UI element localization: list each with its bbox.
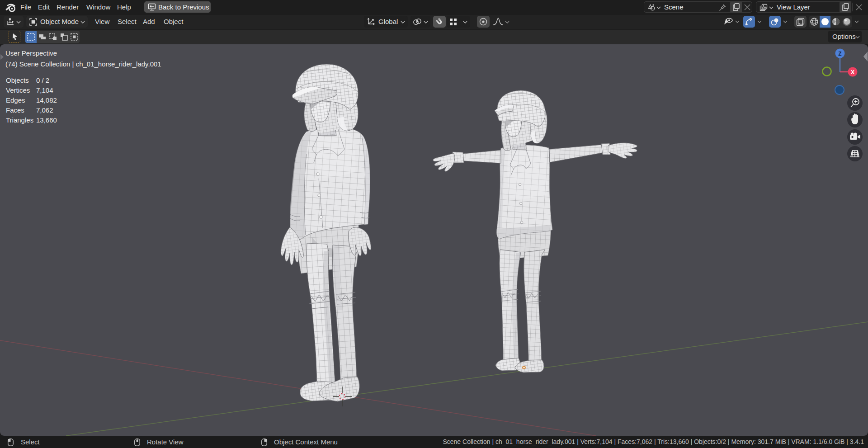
svg-text:Z: Z: [838, 51, 841, 57]
svg-text:X: X: [851, 69, 854, 75]
